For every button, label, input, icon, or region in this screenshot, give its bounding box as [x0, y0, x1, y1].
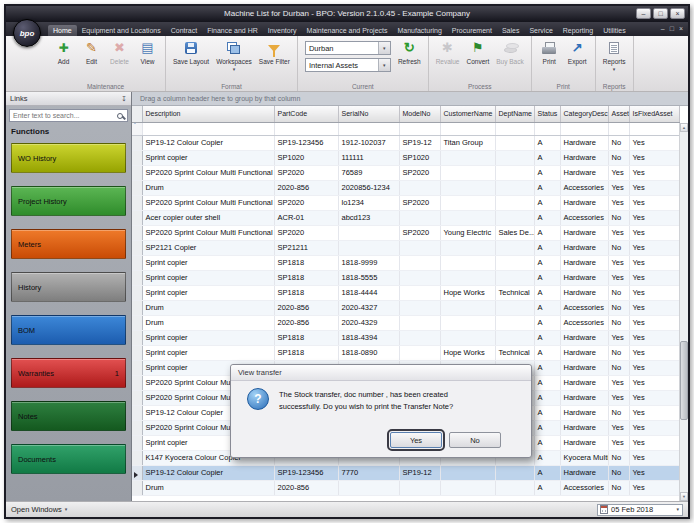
- cell-categorydesc[interactable]: Hardware: [560, 345, 608, 360]
- cell-categorydesc[interactable]: Hardware: [560, 195, 608, 210]
- export-button[interactable]: ↗ Export: [564, 38, 591, 82]
- cell-asset[interactable]: No: [608, 210, 629, 225]
- cell-asset[interactable]: No: [608, 450, 629, 465]
- auto-filter-row[interactable]: [132, 122, 679, 135]
- cell-deptname[interactable]: [495, 315, 534, 330]
- column-header-customername[interactable]: CustomerName: [440, 106, 495, 122]
- cell-categorydesc[interactable]: Hardware: [560, 435, 608, 450]
- cell-status[interactable]: A: [534, 360, 560, 375]
- cell-isfixedasset[interactable]: Yes: [629, 270, 679, 285]
- cell-serialno[interactable]: 1818-0890: [338, 345, 399, 360]
- cell-modelno[interactable]: [399, 330, 440, 345]
- cell-asset[interactable]: No: [608, 360, 629, 375]
- cell-status[interactable]: A: [534, 285, 560, 300]
- cell-isfixedasset[interactable]: Yes: [629, 300, 679, 315]
- cell-asset[interactable]: Yes: [608, 195, 629, 210]
- cell-description[interactable]: SP2020 Sprint Colour Multi Functional Co…: [142, 165, 274, 180]
- mdi-close-icon[interactable]: ×: [679, 24, 683, 33]
- cell-partcode[interactable]: SP19-123456: [274, 465, 338, 480]
- revalue-button[interactable]: ✱ Revalue: [433, 38, 463, 82]
- delete-button[interactable]: ✖ Delete: [106, 38, 133, 82]
- cell-serialno[interactable]: 111111: [338, 150, 399, 165]
- cell-customername[interactable]: [440, 240, 495, 255]
- cell-status[interactable]: A: [534, 345, 560, 360]
- cell-partcode[interactable]: 2020-856: [274, 315, 338, 330]
- cell-customername[interactable]: [440, 195, 495, 210]
- cell-partcode[interactable]: SP2020: [274, 165, 338, 180]
- cell-status[interactable]: A: [534, 255, 560, 270]
- cell-status[interactable]: A: [534, 465, 560, 480]
- cell-serialno[interactable]: 2020856-1234: [338, 180, 399, 195]
- cell-description[interactable]: SP19-12 Colour Copier: [142, 135, 274, 150]
- cell-partcode[interactable]: 2020-856: [274, 480, 338, 495]
- cell-deptname[interactable]: [495, 150, 534, 165]
- table-row[interactable]: SP2121 Copier SP21211 A Hardware No Yes: [132, 240, 679, 255]
- search-input[interactable]: [13, 112, 115, 119]
- table-row[interactable]: Sprint copier SP1818 1818-4444 Hope Work…: [132, 285, 679, 300]
- ribbon-tab[interactable]: Home: [48, 25, 77, 36]
- table-row[interactable]: SP19-12 Colour Copier SP19-123456 1912-1…: [132, 135, 679, 150]
- cell-categorydesc[interactable]: Accessories: [560, 180, 608, 195]
- ribbon-tab[interactable]: Finance and HR: [202, 25, 263, 36]
- table-row[interactable]: Drum 2020-856 2020-4327 A Accessories No…: [132, 300, 679, 315]
- cell-deptname[interactable]: [495, 165, 534, 180]
- cell-asset[interactable]: Yes: [608, 270, 629, 285]
- branch-select[interactable]: Durban ▾: [305, 41, 391, 55]
- cell-serialno[interactable]: 76589: [338, 165, 399, 180]
- cell-isfixedasset[interactable]: Yes: [629, 165, 679, 180]
- cell-status[interactable]: A: [534, 435, 560, 450]
- cell-asset[interactable]: Yes: [608, 435, 629, 450]
- ribbon-tab[interactable]: Contract: [166, 25, 202, 36]
- cell-status[interactable]: A: [534, 165, 560, 180]
- cell-status[interactable]: A: [534, 195, 560, 210]
- cell-customername[interactable]: [440, 465, 495, 480]
- cell-description[interactable]: SP2121 Copier: [142, 240, 274, 255]
- cell-asset[interactable]: No: [608, 150, 629, 165]
- refresh-button[interactable]: ↻ Refresh: [395, 38, 424, 82]
- cell-categorydesc[interactable]: Accessories: [560, 315, 608, 330]
- sidebar-search[interactable]: [9, 109, 128, 122]
- chevron-down-icon[interactable]: ▾: [676, 507, 679, 512]
- cell-status[interactable]: A: [534, 420, 560, 435]
- cell-description[interactable]: Sprint copier: [142, 255, 274, 270]
- function-button[interactable]: BOM: [11, 315, 126, 345]
- cell-partcode[interactable]: 2020-856: [274, 300, 338, 315]
- cell-status[interactable]: A: [534, 330, 560, 345]
- cell-deptname[interactable]: [495, 330, 534, 345]
- cell-description[interactable]: Sprint copier: [142, 330, 274, 345]
- cell-customername[interactable]: [440, 330, 495, 345]
- cell-customername[interactable]: [440, 300, 495, 315]
- table-row[interactable]: Drum 2020-856 A Accessories No Yes: [132, 480, 679, 495]
- cell-description[interactable]: Drum: [142, 300, 274, 315]
- scroll-down-icon[interactable]: ▼: [680, 492, 688, 501]
- cell-modelno[interactable]: [399, 480, 440, 495]
- ribbon-tab[interactable]: Service: [524, 25, 557, 36]
- cell-deptname[interactable]: Sales De...: [495, 225, 534, 240]
- cell-customername[interactable]: [440, 210, 495, 225]
- cell-partcode[interactable]: SP21211: [274, 240, 338, 255]
- ribbon-tab[interactable]: Equipment and Locations: [77, 25, 166, 36]
- cell-serialno[interactable]: [338, 240, 399, 255]
- cell-description[interactable]: Sprint copier: [142, 345, 274, 360]
- cell-status[interactable]: A: [534, 135, 560, 150]
- cell-categorydesc[interactable]: Hardware: [560, 150, 608, 165]
- cell-asset[interactable]: Yes: [608, 390, 629, 405]
- cell-modelno[interactable]: [399, 270, 440, 285]
- cell-categorydesc[interactable]: Hardware: [560, 225, 608, 240]
- column-header-categorydesc[interactable]: CategoryDesc: [560, 106, 608, 122]
- cell-serialno[interactable]: 1912-102037: [338, 135, 399, 150]
- app-menu-button[interactable]: bpo: [13, 19, 41, 47]
- cell-serialno[interactable]: 2020-4327: [338, 300, 399, 315]
- pin-icon[interactable]: ↧: [121, 95, 127, 103]
- cell-customername[interactable]: [440, 480, 495, 495]
- cell-asset[interactable]: No: [608, 240, 629, 255]
- cell-isfixedasset[interactable]: Yes: [629, 360, 679, 375]
- cell-customername[interactable]: [440, 315, 495, 330]
- cell-categorydesc[interactable]: Hardware: [560, 165, 608, 180]
- ribbon-tab[interactable]: Maintenance and Projects: [302, 25, 393, 36]
- cell-categorydesc[interactable]: Hardware: [560, 375, 608, 390]
- table-row[interactable]: SP2020 Sprint Colour Multi Functional Co…: [132, 165, 679, 180]
- cell-serialno[interactable]: abcd123: [338, 210, 399, 225]
- mdi-restore-icon[interactable]: □: [670, 24, 674, 33]
- function-button[interactable]: Notes: [11, 401, 126, 431]
